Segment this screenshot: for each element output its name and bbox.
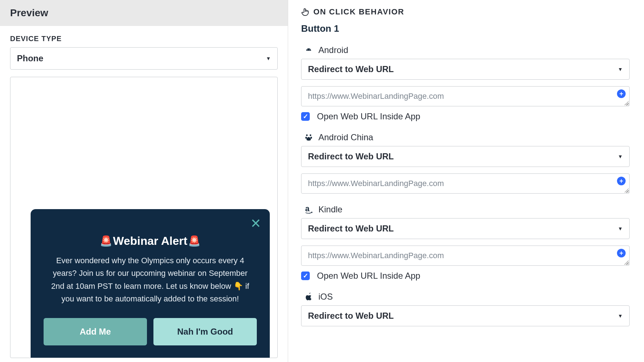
platform-block: AndroidRedirect to Web URL▼https://www.W… (301, 45, 630, 122)
siren-icon: 🚨 (188, 235, 201, 247)
apple-icon (303, 292, 314, 301)
url-value: https://www.WebinarLandingPage.com (308, 92, 444, 101)
platform-block: aKindleRedirect to Web URL▼https://www.W… (301, 204, 630, 281)
add-me-button[interactable]: Add Me (44, 318, 147, 345)
url-input[interactable]: https://www.WebinarLandingPage.com+ (301, 86, 630, 106)
platform-block: iOSRedirect to Web URL▼ (301, 292, 630, 326)
action-value: Redirect to Web URL (308, 311, 394, 321)
chevron-down-icon: ▼ (266, 56, 271, 61)
url-value: https://www.WebinarLandingPage.com (308, 179, 444, 188)
platform-name: Kindle (318, 204, 343, 215)
device-type-select[interactable]: Phone ▼ (10, 47, 278, 70)
platform-label: iOS (303, 292, 630, 302)
device-type-label: DEVICE TYPE (10, 35, 278, 43)
notification-title: 🚨 Webinar Alert 🚨 (44, 234, 257, 248)
url-input[interactable]: https://www.WebinarLandingPage.com+ (301, 246, 630, 266)
svg-point-1 (309, 49, 310, 50)
preview-canvas: ✕ 🚨 Webinar Alert 🚨 Ever wondered why th… (10, 77, 278, 358)
action-value: Redirect to Web URL (308, 151, 394, 162)
svg-point-0 (307, 49, 308, 50)
action-select[interactable]: Redirect to Web URL▼ (301, 218, 630, 239)
platform-label: aKindle (303, 204, 630, 215)
open-inside-app-row: ✓Open Web URL Inside App (301, 111, 630, 122)
action-select[interactable]: Redirect to Web URL▼ (301, 59, 630, 80)
action-select[interactable]: Redirect to Web URL▼ (301, 305, 630, 326)
platform-block: Android ChinaRedirect to Web URL▼https:/… (301, 132, 630, 194)
chevron-down-icon: ▼ (618, 226, 623, 231)
notification-body: Ever wondered why the Olympics only occu… (44, 254, 257, 305)
svg-text:a: a (305, 205, 310, 213)
platform-label: Android (303, 45, 630, 55)
baidu-icon (303, 133, 314, 142)
preview-header: Preview (0, 0, 288, 26)
platform-name: Android China (318, 132, 373, 142)
resize-handle[interactable] (624, 101, 629, 105)
button-subheader: Button 1 (301, 23, 630, 34)
chevron-down-icon: ▼ (618, 313, 623, 319)
action-value: Redirect to Web URL (308, 64, 394, 74)
section-title: ON CLICK BEHAVIOR (301, 7, 630, 17)
section-title-text: ON CLICK BEHAVIOR (313, 7, 404, 17)
add-icon[interactable]: + (617, 249, 626, 257)
hand-click-icon (301, 8, 310, 16)
chevron-down-icon: ▼ (618, 66, 623, 72)
resize-handle[interactable] (624, 188, 629, 193)
open-inside-app-checkbox[interactable]: ✓ (301, 272, 310, 280)
platform-name: iOS (318, 292, 333, 302)
open-inside-app-row: ✓Open Web URL Inside App (301, 271, 630, 281)
platform-label: Android China (303, 132, 630, 142)
svg-point-3 (310, 134, 312, 136)
device-type-value: Phone (17, 53, 43, 63)
open-inside-app-label: Open Web URL Inside App (317, 271, 420, 281)
android-icon (303, 46, 314, 54)
open-inside-app-checkbox[interactable]: ✓ (301, 112, 310, 121)
notification-card: ✕ 🚨 Webinar Alert 🚨 Ever wondered why th… (31, 209, 270, 358)
settings-panel: ON CLICK BEHAVIOR Button 1 AndroidRedire… (288, 0, 644, 362)
url-value: https://www.WebinarLandingPage.com (308, 251, 444, 260)
nah-im-good-button[interactable]: Nah I'm Good (153, 318, 257, 345)
siren-icon: 🚨 (100, 235, 112, 247)
preview-panel: Preview DEVICE TYPE Phone ▼ ✕ 🚨 Webinar … (0, 0, 288, 362)
svg-point-4 (305, 137, 307, 139)
close-icon[interactable]: ✕ (250, 217, 261, 230)
url-input[interactable]: https://www.WebinarLandingPage.com+ (301, 173, 630, 194)
add-icon[interactable]: + (617, 89, 626, 98)
platform-name: Android (318, 45, 348, 55)
amazon-icon: a (303, 205, 314, 214)
action-select[interactable]: Redirect to Web URL▼ (301, 146, 630, 167)
notification-title-text: Webinar Alert (113, 234, 187, 248)
svg-point-5 (310, 137, 312, 139)
open-inside-app-label: Open Web URL Inside App (317, 111, 420, 122)
add-icon[interactable]: + (617, 177, 626, 185)
action-value: Redirect to Web URL (308, 224, 394, 234)
chevron-down-icon: ▼ (618, 154, 623, 159)
resize-handle[interactable] (624, 260, 629, 265)
svg-point-2 (306, 134, 308, 136)
